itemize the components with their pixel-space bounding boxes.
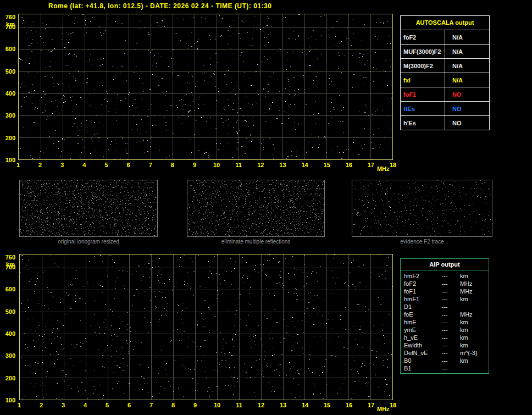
top-ionogram-x-axis: MHz 123456789101112131415161718 [18, 161, 393, 174]
aip-param-label: foE [401, 311, 436, 318]
x-tick-18: 18 [390, 402, 396, 408]
y-tick-500: 500 [5, 308, 15, 315]
autoscala-row-foF1: foF1NO [401, 87, 489, 102]
aip-param-value: --- [436, 287, 453, 295]
y-tick-600: 600 [5, 46, 15, 52]
panel-eliminate-reflections-canvas [187, 180, 324, 236]
aip-param-unit: m^(-3) [453, 349, 489, 357]
x-tick-15: 15 [324, 402, 330, 408]
x-tick-4: 4 [84, 402, 87, 408]
autoscala-param-label: MUF(3000)F2 [401, 45, 445, 58]
aip-param-value: --- [436, 341, 453, 349]
aip-param-value: --- [436, 364, 453, 372]
x-tick-13: 13 [280, 402, 286, 408]
panel-eliminate-reflections [187, 180, 325, 237]
aip-param-value: --- [436, 349, 453, 357]
top-ionogram-plot [18, 14, 393, 160]
y-tick-760: 760 [5, 254, 15, 261]
x-tick-18: 18 [390, 162, 396, 168]
aip-param-label: D1 [401, 303, 436, 311]
aip-param-unit: MHz [453, 287, 489, 295]
panel-evidence-f2-trace [352, 180, 492, 237]
autoscala-row-MUF(3000)F2: MUF(3000)F2N/A [401, 45, 489, 59]
autoscala-param-label: foF1 [401, 87, 445, 101]
autoscala-param-label: foF2 [401, 30, 445, 44]
aip-param-unit [453, 303, 489, 311]
x-tick-14: 14 [302, 402, 308, 408]
x-tick-4: 4 [82, 162, 86, 168]
x-tick-16: 16 [346, 402, 352, 408]
aip-param-label: Ewidth [401, 341, 436, 349]
y-tick-400: 400 [5, 330, 15, 337]
x-tick-3: 3 [62, 402, 65, 408]
x-tick-6: 6 [128, 402, 131, 408]
bottom-ionogram-canvas [20, 254, 392, 400]
x-tick-2: 2 [38, 162, 42, 168]
aip-param-label: hmE [401, 318, 436, 326]
aip-param-unit: km [453, 357, 489, 364]
aip-param-unit: km [453, 334, 489, 341]
bottom-ionogram-y-axis: km 760700600500400300200100 [0, 254, 17, 400]
aip-param-unit: MHz [453, 311, 489, 318]
aip-param-value: --- [436, 280, 453, 287]
y-tick-200: 200 [5, 375, 15, 381]
autoscala-param-value: N/A [445, 30, 489, 44]
aip-param-label: hmF2 [401, 272, 436, 280]
autoscala-row-h'Es: h'EsNO [401, 116, 489, 130]
aip-param-value: --- [436, 295, 453, 303]
autoscala-table-header: AUTOSCALA output [401, 16, 489, 30]
aip-row-ymE: ymE---km [401, 326, 489, 334]
aip-param-value: --- [436, 272, 453, 280]
aip-param-value: --- [436, 303, 453, 311]
y-tick-700: 700 [5, 24, 15, 30]
x-tick-17: 17 [368, 402, 374, 408]
x-tick-9: 9 [193, 162, 196, 168]
aip-param-unit: km [453, 272, 489, 280]
top-ionogram-canvas [19, 14, 392, 159]
x-tick-3: 3 [60, 162, 64, 168]
x-tick-10: 10 [213, 162, 220, 168]
aip-param-value: --- [436, 334, 453, 341]
autoscala-row-M(3000)F2: M(3000)F2N/A [401, 59, 489, 73]
aip-row-hmF2: hmF2---km [401, 272, 489, 280]
x-tick-7: 7 [149, 162, 152, 168]
autoscala-param-value: NO [445, 116, 489, 130]
bottom-ionogram-plot [19, 254, 393, 400]
autoscala-table-body: foF2N/AMUF(3000)F2N/AM(3000)F2N/AfxIN/Af… [401, 30, 489, 130]
aip-row-hmE: hmE---km [401, 318, 489, 326]
y-tick-200: 200 [5, 135, 15, 141]
aip-row-D1: D1--- [401, 303, 489, 311]
autoscala-row-foF2: foF2N/A [401, 30, 489, 45]
aip-param-label: ymE [401, 326, 436, 334]
caption-evidence-f2-trace: evidence F2 trace [352, 239, 492, 245]
y-tick-700: 700 [5, 264, 15, 270]
autoscala-param-label: h'Es [401, 116, 445, 130]
aip-param-unit: km [453, 341, 489, 349]
x-tick-5: 5 [104, 162, 108, 168]
aip-row-hmF1: hmF1---km [401, 295, 489, 303]
autoscala-param-label: ftEs [401, 102, 445, 115]
autoscala-row-fxI: fxIN/A [401, 73, 489, 87]
x-tick-8: 8 [171, 162, 174, 168]
y-tick-300: 300 [5, 112, 15, 119]
station-date-time-title: Rome (lat: +41.8, lon: 012.5) - DATE: 20… [48, 2, 271, 10]
aip-table-body: hmF2---kmfoF2---MHzfoF1---MHzhmF1---kmD1… [401, 270, 489, 373]
y-tick-600: 600 [5, 286, 15, 292]
x-tick-5: 5 [106, 402, 109, 408]
aip-param-label: hmF1 [401, 295, 436, 303]
aip-table-header: AIP output [401, 259, 489, 270]
x-tick-6: 6 [127, 162, 130, 168]
aip-row-DelN_vE: DelN_vE---m^(-3) [401, 349, 489, 357]
aip-param-label: DelN_vE [401, 349, 436, 357]
caption-original-ionogram: original ionogram resized [19, 239, 158, 245]
x-tick-7: 7 [149, 402, 153, 408]
x-tick-1: 1 [16, 162, 20, 168]
autoscala-param-label: M(3000)F2 [401, 59, 445, 73]
autoscala-param-value: NO [445, 102, 489, 115]
caption-eliminate-reflections: eliminate multiple reflections [187, 239, 325, 245]
aip-param-label: foF1 [401, 287, 436, 295]
x-tick-16: 16 [346, 162, 352, 168]
aip-row-h_vE: h_vE---km [401, 334, 489, 341]
panel-evidence-f2-trace-canvas [352, 180, 492, 236]
y-tick-760: 760 [5, 14, 15, 20]
